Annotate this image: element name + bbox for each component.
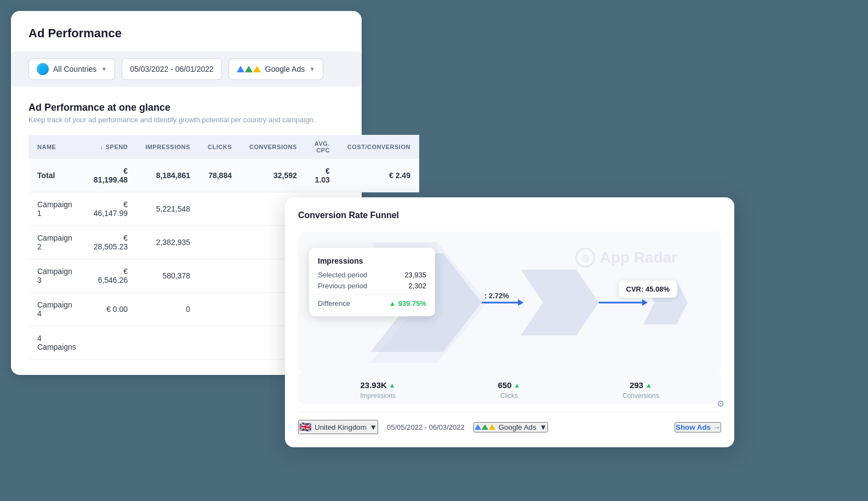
row-impressions: 5,221,548 bbox=[136, 192, 199, 226]
row-name: Campaign 4 bbox=[28, 293, 85, 326]
tooltip-diff-row: Difference ▲ 939.75% bbox=[318, 299, 426, 308]
cvr2-badge: CVR: 45.08% bbox=[619, 281, 677, 298]
chevron-down-icon: ▼ bbox=[101, 66, 107, 72]
date-range-label: 05/03/2022 - 06/01/2022 bbox=[130, 65, 214, 73]
row-name: Campaign 1 bbox=[28, 192, 85, 226]
tooltip-previous-value: 2,302 bbox=[408, 282, 426, 290]
total-cost-conversion: € 2.49 bbox=[339, 159, 419, 192]
total-clicks: 78,884 bbox=[199, 159, 241, 192]
col-name: NAME bbox=[28, 135, 85, 159]
cvr1-badge: : 2.72% bbox=[484, 292, 509, 300]
svg-marker-2 bbox=[521, 270, 598, 335]
funnel-col-conversions: 293 ▲ Conversions bbox=[623, 380, 659, 400]
country-name: United Kingdom bbox=[315, 423, 367, 431]
svg-marker-5 bbox=[518, 299, 523, 306]
globe-icon: 🌐 bbox=[37, 63, 49, 75]
total-avg-cpc: € 1.03 bbox=[306, 159, 339, 192]
row-impressions: 0 bbox=[136, 293, 199, 326]
funnel-bottom-bar: 🇬🇧 United Kingdom ▼ 05/05/2022 - 06/03/2… bbox=[298, 412, 721, 434]
funnel-bottom-left: 🇬🇧 United Kingdom ▼ 05/05/2022 - 06/03/2… bbox=[298, 420, 548, 434]
tooltip-previous-label: Previous period bbox=[318, 282, 367, 290]
tooltip-selected-label: Selected period bbox=[318, 271, 367, 279]
up-arrow-icon: ▲ bbox=[646, 382, 652, 389]
row-impressions: 2,382,935 bbox=[136, 226, 199, 259]
row-spend: € 0.00 bbox=[85, 293, 136, 326]
section-title: Ad Performance at one glance bbox=[28, 102, 344, 113]
up-arrow-icon: ▲ bbox=[514, 382, 521, 389]
funnel-chart-area: ◎ App Radar : 2.72% CVR: 45 bbox=[298, 231, 721, 374]
row-spend: € 46,147.99 bbox=[85, 192, 136, 226]
col-clicks: CLICKS bbox=[199, 135, 241, 159]
tooltip-diff-label: Difference bbox=[318, 299, 350, 308]
platform-filter-btn[interactable]: Google Ads ▼ bbox=[229, 58, 323, 80]
tooltip-selected-row: Selected period 23,935 bbox=[318, 271, 426, 279]
row-spend: € 28,505.23 bbox=[85, 226, 136, 259]
google-ads-icon bbox=[237, 66, 261, 72]
funnel-platform-label: Google Ads bbox=[499, 423, 536, 431]
google-ads-icon-small bbox=[475, 424, 495, 430]
impressions-tooltip: Impressions Selected period 23,935 Previ… bbox=[309, 248, 435, 316]
funnel-card: Conversion Rate Funnel ◎ App Radar bbox=[285, 197, 734, 447]
country-selector-btn[interactable]: 🇬🇧 United Kingdom ▼ bbox=[298, 420, 378, 434]
tooltip-previous-row: Previous period 2,302 bbox=[318, 282, 426, 290]
col-cost-conversion: COST/CONVERSION bbox=[339, 135, 419, 159]
row-clicks bbox=[199, 293, 241, 326]
svg-marker-7 bbox=[642, 299, 648, 306]
row-name: Campaign 2 bbox=[28, 226, 85, 259]
tooltip-divider bbox=[318, 294, 426, 295]
funnel-column-labels: 23.93K ▲ Impressions 650 ▲ Clicks 293 ▲ … bbox=[298, 374, 721, 404]
uk-flag-icon: 🇬🇧 bbox=[299, 421, 311, 433]
section-subtitle: Keep track of your ad performance and id… bbox=[28, 116, 344, 124]
campaigns-count: 4 Campaigns bbox=[28, 326, 85, 360]
funnel-title: Conversion Rate Funnel bbox=[298, 210, 721, 220]
total-name: Total bbox=[28, 159, 85, 192]
col-impressions: IMPRESSIONS bbox=[136, 135, 199, 159]
country-filter-btn[interactable]: 🌐 All Countries ▼ bbox=[28, 58, 115, 80]
platform-label: Google Ads bbox=[265, 65, 305, 73]
chevron-down-icon: ▼ bbox=[370, 423, 377, 431]
table-header-row: NAME ↓SPEND IMPRESSIONS CLICKS CONVERSIO… bbox=[28, 135, 419, 159]
total-spend: € 81,199.48 bbox=[85, 159, 136, 192]
row-clicks bbox=[199, 226, 241, 259]
row-name: Campaign 3 bbox=[28, 259, 85, 293]
up-arrow-icon: ▲ bbox=[389, 299, 396, 308]
filter-bar: 🌐 All Countries ▼ 05/03/2022 - 06/01/202… bbox=[11, 52, 362, 87]
funnel-platform-btn[interactable]: Google Ads ▼ bbox=[473, 422, 548, 432]
chevron-down-icon-platform: ▼ bbox=[309, 66, 315, 72]
total-impressions: 8,184,861 bbox=[136, 159, 199, 192]
total-conversions: 32,592 bbox=[241, 159, 306, 192]
tooltip-title: Impressions bbox=[318, 257, 426, 265]
row-clicks bbox=[199, 259, 241, 293]
total-row: Total € 81,199.48 8,184,861 78,884 32,59… bbox=[28, 159, 419, 192]
col-conversions: CONVERSIONS bbox=[241, 135, 306, 159]
gear-icon[interactable]: ⚙ bbox=[717, 398, 724, 409]
row-spend: € 6,546.26 bbox=[85, 259, 136, 293]
section-header: Ad Performance at one glance Keep track … bbox=[28, 102, 344, 124]
country-label: All Countries bbox=[53, 65, 96, 73]
date-range-btn[interactable]: 05/03/2022 - 06/01/2022 bbox=[122, 58, 222, 80]
tooltip-selected-value: 23,935 bbox=[404, 271, 426, 279]
up-arrow-icon: ▲ bbox=[389, 382, 396, 389]
page-title: Ad Performance bbox=[28, 26, 344, 41]
funnel-date-range: 05/05/2022 - 06/03/2022 bbox=[387, 423, 465, 431]
row-impressions: 580,378 bbox=[136, 259, 199, 293]
col-spend[interactable]: ↓SPEND bbox=[85, 135, 136, 159]
funnel-col-impressions: 23.93K ▲ Impressions bbox=[360, 380, 396, 400]
row-clicks bbox=[199, 192, 241, 226]
col-avg-cpc: AVG. CPC bbox=[306, 135, 339, 159]
chevron-down-icon: ▼ bbox=[540, 423, 547, 431]
show-ads-btn[interactable]: Show Ads → bbox=[675, 422, 721, 432]
tooltip-diff-value: ▲ 939.75% bbox=[389, 299, 426, 308]
funnel-col-clicks: 650 ▲ Clicks bbox=[498, 380, 521, 400]
